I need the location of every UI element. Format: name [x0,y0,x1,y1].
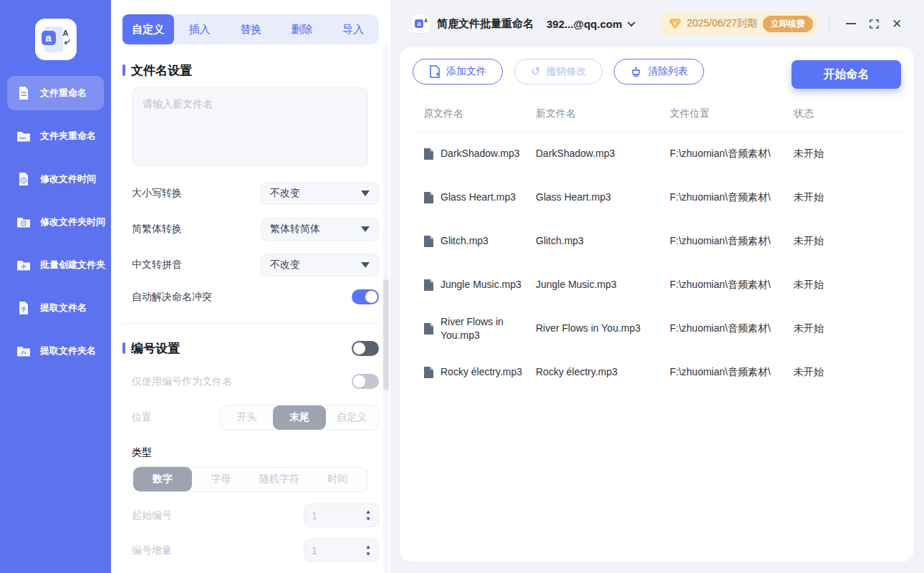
section-accent-bar [122,64,125,76]
increment-input[interactable]: 1 ▲▼ [304,539,379,562]
chevron-down-icon [627,19,635,27]
table-row[interactable]: DarkShadow.​mp3 DarkShadow.​mp3 F:\zhuom… [413,132,901,175]
traditional-convert-label: 简繁体转换 [132,223,182,236]
undo-label: 撤销修改 [546,65,586,78]
sidebar-item-label: 文件夹重命名 [40,130,96,143]
clear-list-button[interactable]: 清除列表 [614,59,704,85]
scrollbar-thumb[interactable] [383,279,389,390]
pinyin-convert-row: 中文转拼音 不改变 [122,254,379,276]
pinyin-convert-select[interactable]: 不改变 [261,254,379,276]
tab-import[interactable]: 导入 [327,14,379,44]
tab-custom[interactable]: 自定义 [122,14,174,44]
file-rename-icon [14,84,33,102]
app-logo: a A [35,19,77,60]
start-number-row: 起始编号 1 ▲▼ [122,504,379,527]
minimize-button[interactable] [839,12,862,35]
logo-arrow-icon [62,39,71,45]
number-stepper[interactable]: ▲▼ [365,509,371,522]
sidebar-item-folder-time[interactable]: 修改文件夹时间 [7,205,104,239]
tab-insert[interactable]: 插入 [174,14,226,44]
sidebar-item-extract-foldername[interactable]: 提取文件夹名 [7,334,104,368]
table-row[interactable]: Jungle Music.​mp3 Jungle Music.​mp3 F:\z… [413,263,901,307]
new-filename: Rocky électry.​mp3 [536,366,617,377]
close-button[interactable]: ✕ [885,12,908,35]
traditional-convert-select[interactable]: 繁体转简体 [261,218,379,241]
account-menu[interactable]: 392...@qq.com [547,18,633,30]
case-convert-value: 不改变 [270,187,300,200]
stepper-down-icon: ▼ [365,516,371,522]
folder-rename-icon [14,127,33,145]
numbering-toggle[interactable] [352,341,379,356]
sidebar-item-label: 批量创建文件夹 [40,259,105,271]
table-row[interactable]: River Flows in You.​mp3 River Flows in Y… [413,307,901,350]
file-list: DarkShadow.​mp3 DarkShadow.​mp3 F:\zhuom… [413,132,901,394]
position-row: 位置 开头 末尾 自定义 [122,405,379,430]
dropdown-arrow-icon [361,262,370,268]
settings-scrollbar[interactable] [383,44,389,573]
tab-delete[interactable]: 删除 [276,14,328,44]
maximize-button[interactable] [862,12,885,35]
table-row[interactable]: Rocky électry.​mp3 Rocky électry.​mp3 F:… [413,350,901,394]
close-icon: ✕ [892,18,902,30]
section-divider [122,323,379,324]
type-option-letter[interactable]: 字母 [192,467,251,491]
new-filename: Jungle Music.​mp3 [536,279,617,290]
type-option-time[interactable]: 时间 [309,467,367,491]
original-filename: Rocky électry.​mp3 [441,365,522,379]
file-icon [424,367,433,378]
dropdown-arrow-icon [361,226,370,232]
type-option-number[interactable]: 数字 [133,467,192,491]
position-option-custom[interactable]: 自定义 [326,405,378,430]
file-icon [424,148,433,160]
logo-a-icon: a [42,31,56,45]
position-option-start[interactable]: 开头 [221,405,273,430]
start-number-input[interactable]: 1 ▲▼ [304,504,379,527]
tab-replace[interactable]: 替换 [225,14,276,44]
file-status: 未开始 [794,148,901,160]
file-path: F:\zhuomian\音频素材\ [670,191,794,204]
new-filename: Glitch.​mp3 [536,235,584,246]
clear-list-label: 清除列表 [648,65,688,78]
sidebar-item-file-rename[interactable]: 文件重命名 [7,76,104,110]
filename-section-header: 文件名设置 [122,62,379,79]
position-option-end[interactable]: 末尾 [273,405,325,430]
case-convert-select[interactable]: 不改变 [261,182,379,205]
new-filename-input[interactable] [132,87,368,166]
file-path: F:\zhuomian\音频素材\ [670,148,794,160]
section-title: 编号设置 [131,340,180,357]
original-filename: River Flows in You.​mp3 [441,315,523,342]
start-rename-button[interactable]: 开始命名 [791,60,901,89]
sidebar-item-file-time[interactable]: 修改文件时间 [7,162,104,196]
traditional-convert-row: 简繁体转换 繁体转简体 [122,218,379,241]
increment-row: 编号增量 1 ▲▼ [122,539,379,562]
file-status: 未开始 [794,235,901,248]
minimize-icon [846,23,856,24]
file-icon [424,236,433,247]
section-title: 文件名设置 [131,62,192,79]
conflict-toggle[interactable] [352,289,379,304]
type-option-random[interactable]: 随机字符 [250,467,309,491]
add-files-button[interactable]: 添加文件 [413,59,503,85]
app-title: 简鹿文件批量重命名 [437,17,534,31]
position-segment: 开头 末尾 自定义 [220,405,379,430]
undo-button[interactable]: ↺ 撤销修改 [514,59,602,85]
sidebar-item-folder-rename[interactable]: 文件夹重命名 [7,119,104,153]
renew-button[interactable]: 立即续费 [763,16,813,32]
type-segment: 数字 字母 随机字符 时间 [133,466,367,492]
file-icon [424,192,433,203]
only-number-toggle[interactable] [352,374,379,389]
titlebar: aA 简鹿文件批量重命名 392...@qq.com V 2025/06/27到… [390,0,924,47]
table-row[interactable]: Glass Heart.​mp3 Glass Heart.​mp3 F:\zhu… [413,175,901,219]
conflict-row: 自动解决命名冲突 [122,289,379,304]
header-file-path: 文件位置 [670,107,794,120]
original-filename: DarkShadow.​mp3 [441,147,520,160]
file-time-icon [14,170,33,188]
original-filename: Glass Heart.​mp3 [441,191,516,204]
table-row[interactable]: Glitch.​mp3 Glitch.​mp3 F:\zhuomian\音频素材… [413,219,901,263]
number-stepper[interactable]: ▲▼ [365,544,371,557]
original-filename: Jungle Music.​mp3 [441,278,521,292]
table-header: 原文件名 新文件名 文件位置 状态 [413,96,901,132]
sidebar-item-folder-create[interactable]: 批量创建文件夹 [7,248,104,282]
sidebar-item-extract-filename[interactable]: 提取文件名 [7,291,104,325]
sidebar-item-label: 修改文件夹时间 [40,216,105,228]
